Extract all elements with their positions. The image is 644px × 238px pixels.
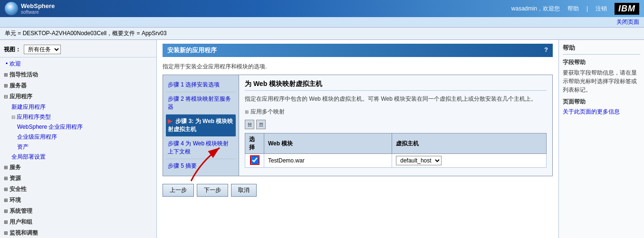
- wizard-step-2-label: 步骤 2 将模块映射至服务器: [168, 95, 231, 110]
- help-panel: 帮助 字段帮助 要获取字段帮助信息，请在显示帮助光标时选择字段标签或列表标记。 …: [558, 40, 644, 238]
- help-panel-title: 帮助: [563, 44, 640, 55]
- sidebar-group-sysadmin-label: 系统管理: [10, 207, 32, 215]
- expand-icon-guided: ⊞: [4, 72, 8, 77]
- deselect-all-button[interactable]: ☶: [256, 120, 266, 129]
- wizard-content-desc: 指定在应用程序中包含的 Web 模块的虚拟主机。可将 Web 模块安装在同一个虚…: [245, 95, 547, 103]
- wizard-inner: 步骤 1 选择安装选项 步骤 2 将模块映射至服务器 ▶ 步骤 3: 为 Web…: [163, 75, 553, 176]
- wizard-step-3[interactable]: ▶ 步骤 3: 为 Web 模块映射虚拟主机: [166, 114, 236, 137]
- help-field-text: 要获取字段帮助信息，请在显示帮助光标时选择字段标签或列表标记。: [563, 68, 640, 94]
- expand-icon-security: ⊞: [4, 187, 8, 192]
- logo-main-text: WebSphere: [21, 2, 55, 10]
- wizard-step-3-label: 步骤 3: 为 Web 模块映射虚拟主机: [168, 118, 233, 133]
- toolbar-row: ☵ ☶: [245, 120, 547, 129]
- module-checkbox[interactable]: [251, 156, 259, 164]
- header: WebSphere software wasadmin，欢迎您 帮助 | 注销 …: [0, 0, 644, 17]
- sidebar-group-application-label: 应用程序: [10, 93, 32, 101]
- separator: |: [586, 5, 588, 12]
- sidebar-group-sysadmin[interactable]: ⊞ 系统管理: [0, 206, 156, 217]
- sidebar-group-service[interactable]: ⊞ 服务: [0, 162, 156, 173]
- expand-row: ⊞ 应用多个映射: [245, 108, 547, 116]
- sidebar-group-application[interactable]: ⊟ 应用程序: [0, 91, 156, 102]
- sidebar: 视图： 所有任务 • 欢迎 ⊞ 指导性活动 ⊞ 服务器 ⊟ 应用程序 新建应用程…: [0, 40, 157, 238]
- sidebar-group-server-label: 服务器: [10, 82, 27, 90]
- wizard-info-icon[interactable]: ?: [544, 46, 548, 53]
- expand-label: 应用多个映射: [250, 108, 285, 116]
- sidebar-item-websphere-app-label: WebSphere 企业应用程序: [17, 124, 83, 130]
- sidebar-group-server[interactable]: ⊞ 服务器: [0, 80, 156, 91]
- logout-link[interactable]: 注销: [596, 5, 607, 13]
- expand-icon-resource: ⊞: [4, 176, 8, 181]
- help-field-title: 字段帮助: [563, 58, 640, 67]
- sidebar-group-environment-label: 环境: [10, 196, 21, 204]
- sidebar-group-guided-label: 指导性活动: [10, 71, 38, 79]
- ibm-brand: IBM: [615, 3, 639, 15]
- wizard-buttons: 上一步 下一步 取消: [163, 181, 553, 200]
- user-greeting: wasadmin，欢迎您: [511, 5, 560, 13]
- sidebar-group-environment[interactable]: ⊞ 环境: [0, 195, 156, 206]
- sidebar-group-app-type[interactable]: ⊟ 应用程序类型: [0, 112, 156, 122]
- wizard-step-4[interactable]: 步骤 4 为 Web 模块映射上下文根: [166, 137, 236, 159]
- sidebar-group-security[interactable]: ⊞ 安全性: [0, 184, 156, 195]
- view-select[interactable]: 所有任务: [24, 45, 61, 54]
- logo-sub-text: software: [21, 10, 55, 15]
- table-cell-checkbox[interactable]: [245, 154, 264, 168]
- help-page-link[interactable]: 关于此页面的更多信息: [563, 108, 620, 115]
- module-table: 选择 Web 模块 虚拟主机 TestDemo.war: [245, 133, 547, 168]
- table-row: TestDemo.war default_host: [245, 154, 547, 168]
- table-cell-module: TestDemo.war: [264, 154, 392, 168]
- breadcrumb-text: 单元 = DESKTOP-A2VHA00Node03Cell，概要文件 = Ap…: [5, 30, 167, 37]
- sidebar-item-global-deploy[interactable]: 全局部署设置: [0, 152, 156, 162]
- sidebar-item-global-deploy-label: 全局部署设置: [11, 153, 46, 160]
- expand-icon-monitor: ⊞: [4, 230, 8, 236]
- sidebar-group-monitor-label: 监视和调整: [10, 229, 38, 237]
- sidebar-item-new-app[interactable]: 新建应用程序: [0, 102, 156, 112]
- close-bar: 关闭页面: [0, 17, 644, 28]
- websphere-logo: WebSphere software: [5, 2, 55, 15]
- close-page-link[interactable]: 关闭页面: [616, 19, 639, 25]
- expand-icon-server: ⊞: [4, 83, 8, 88]
- sidebar-item-assets[interactable]: 资产: [0, 142, 156, 152]
- wizard-step-4-label: 步骤 4 为 Web 模块映射上下文根: [168, 140, 229, 155]
- back-button[interactable]: 上一步: [163, 184, 194, 197]
- sidebar-item-enterprise-app-label: 企业级应用程序: [17, 133, 57, 140]
- expand-modules-icon[interactable]: ⊞: [245, 109, 249, 114]
- expand-icon-environment: ⊞: [4, 198, 8, 203]
- sidebar-item-assets-label: 资产: [17, 143, 29, 150]
- wizard-panel: 安装新的应用程序 ? 指定用于安装企业应用程序和模块的选项. 步骤 1 选择安装…: [157, 40, 558, 238]
- sidebar-item-new-app-label: 新建应用程序: [11, 104, 46, 110]
- wizard-step-1[interactable]: 步骤 1 选择安装选项: [166, 78, 236, 92]
- sidebar-group-resource[interactable]: ⊞ 资源: [0, 173, 156, 184]
- next-button[interactable]: 下一步: [197, 184, 228, 197]
- wizard-step-5[interactable]: 步骤 5 摘要: [166, 159, 236, 173]
- select-all-button[interactable]: ☵: [245, 120, 254, 129]
- wizard-content: 为 Web 模块映射虚拟主机 指定在应用程序中包含的 Web 模块的虚拟主机。可…: [239, 75, 552, 176]
- logo-sphere-icon: [5, 2, 18, 15]
- sidebar-item-welcome-label: • 欢迎: [6, 60, 21, 67]
- expand-icon-usergroup: ⊞: [4, 219, 8, 225]
- help-link[interactable]: 帮助: [567, 5, 579, 13]
- wizard-step-1-label: 步骤 1 选择安装选项: [168, 81, 220, 88]
- wizard-content-title: 为 Web 模块映射虚拟主机: [245, 80, 547, 91]
- sidebar-group-usergroup[interactable]: ⊞ 用户和组: [0, 217, 156, 228]
- header-right: wasadmin，欢迎您 帮助 | 注销 IBM: [511, 3, 639, 15]
- sidebar-item-enterprise-app[interactable]: 企业级应用程序: [0, 132, 156, 142]
- sidebar-view-row: 视图： 所有任务: [0, 43, 156, 56]
- content-area: 安装新的应用程序 ? 指定用于安装企业应用程序和模块的选项. 步骤 1 选择安装…: [157, 40, 644, 238]
- sidebar-group-guided[interactable]: ⊞ 指导性活动: [0, 69, 156, 80]
- wizard-step-5-label: 步骤 5 摘要: [168, 162, 197, 169]
- wizard-bottom: 上一步 下一步 取消: [163, 181, 553, 200]
- sidebar-item-app-type-label: 应用程序类型: [17, 114, 51, 120]
- vhost-select[interactable]: default_host: [396, 156, 442, 165]
- wizard-step-2[interactable]: 步骤 2 将模块映射至服务器: [166, 92, 236, 114]
- sidebar-group-monitor[interactable]: ⊞ 监视和调整: [0, 228, 156, 238]
- main-layout: 视图： 所有任务 • 欢迎 ⊞ 指导性活动 ⊞ 服务器 ⊟ 应用程序 新建应用程…: [0, 40, 644, 238]
- wizard-step-3-arrow: ▶: [168, 118, 172, 124]
- sidebar-item-welcome[interactable]: • 欢迎: [0, 58, 156, 69]
- cancel-button[interactable]: 取消: [231, 184, 257, 197]
- wizard-title-text: 安装新的应用程序: [167, 47, 217, 54]
- expand-icon-application: ⊟: [4, 94, 8, 99]
- expand-icon-app-type: ⊟: [11, 114, 15, 120]
- sidebar-group-service-label: 服务: [10, 163, 21, 171]
- sidebar-item-websphere-app[interactable]: WebSphere 企业应用程序: [0, 122, 156, 132]
- help-page-title: 页面帮助: [563, 98, 640, 106]
